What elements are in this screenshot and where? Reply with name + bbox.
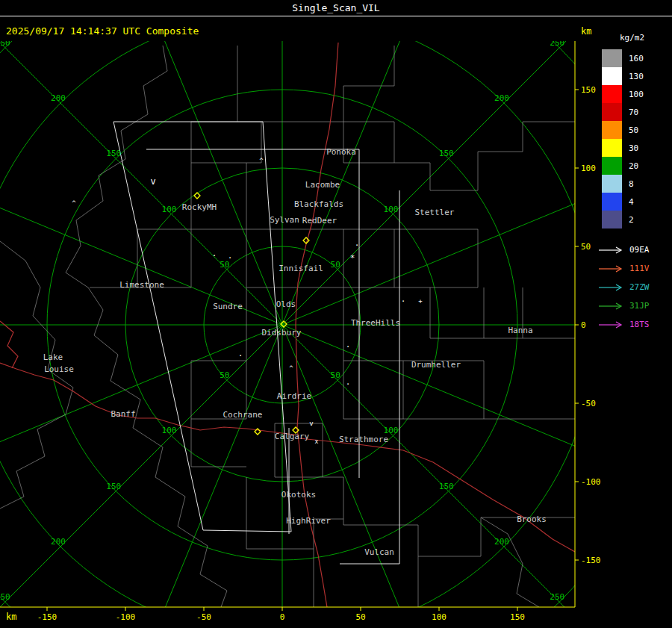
city-label: Calgary xyxy=(275,432,310,441)
city-label: Hanna xyxy=(508,326,532,335)
radar-id-label: 111V xyxy=(629,264,650,273)
point-marker: v xyxy=(309,420,313,427)
boundary-line xyxy=(261,46,394,122)
city-label: Didsbury xyxy=(262,328,302,338)
point-marker: + xyxy=(418,297,423,305)
bottom-axis-unit-label: km xyxy=(6,612,16,622)
range-spoke xyxy=(0,41,672,628)
boundary-line xyxy=(0,241,73,509)
point-marker: ^ xyxy=(289,364,293,372)
boundary-line xyxy=(394,122,575,190)
legend-color-swatch xyxy=(602,103,622,121)
city-label: Louise xyxy=(44,364,74,374)
right-axis-tick-label: 150 xyxy=(581,85,596,95)
legend-scale-row: 70 xyxy=(597,103,672,121)
city-label: RockyMH xyxy=(182,202,217,212)
point-marker: v xyxy=(150,176,155,187)
legend-scale-row: 20 xyxy=(597,157,672,175)
legend-scale-value: 130 xyxy=(629,72,644,81)
point-marker: * xyxy=(350,253,355,263)
boundary-line xyxy=(343,287,403,419)
legend-unit-label: kg/m2 xyxy=(620,33,672,43)
radar-arrow-icon xyxy=(597,283,626,292)
legend-scale-row: 50 xyxy=(597,121,672,139)
ring-distance-label: 250 xyxy=(0,592,10,602)
legend-scale-row: 4 xyxy=(597,193,672,211)
legend-color-swatch xyxy=(602,49,622,67)
ring-distance-label: 50 xyxy=(220,370,229,380)
boundary-line xyxy=(137,229,191,287)
ring-distance-label: 150 xyxy=(439,149,454,158)
boundary-line xyxy=(66,273,227,607)
radar-id-label: 18TS xyxy=(629,320,650,329)
city-label: RedDeer xyxy=(302,216,337,226)
ring-distance-label: 200 xyxy=(51,537,66,547)
legend-color-swatch xyxy=(602,211,622,228)
range-spoke xyxy=(0,41,672,628)
point-marker: · xyxy=(401,296,406,306)
ring-distance-label: 250 xyxy=(550,592,564,602)
ring-distance-label: 150 xyxy=(106,482,121,491)
ring-distance-label: 200 xyxy=(51,93,66,103)
range-ring xyxy=(0,41,672,628)
legend-scale-row: 100 xyxy=(597,85,672,103)
boundary-line xyxy=(246,229,343,287)
boundary-line xyxy=(191,419,246,467)
highway-line xyxy=(0,321,18,368)
point-marker: · xyxy=(346,342,351,352)
info-bar: 2025/09/17 14:14:37 UTC Composite km xyxy=(0,16,672,41)
point-marker: ^ xyxy=(72,199,76,207)
legend-scale-row: 8 xyxy=(597,175,672,193)
legend-scale-value: 70 xyxy=(629,108,638,117)
legend-radar-row: 09EA xyxy=(597,240,672,259)
city-label: HighRiver xyxy=(286,516,331,526)
legend-color-swatch xyxy=(602,85,622,103)
legend-color-swatch xyxy=(602,121,622,139)
right-axis-tick-label: 50 xyxy=(581,242,591,252)
city-label: Brooks xyxy=(517,514,547,524)
radar-arrow-icon xyxy=(597,302,626,311)
legend-radar-row: 31JP xyxy=(597,296,672,315)
ring-distance-label: 250 xyxy=(550,41,564,48)
city-label: Limestone xyxy=(119,280,164,290)
city-label: Blackfalds xyxy=(294,199,343,209)
legend-scale-value: 50 xyxy=(629,125,638,135)
legend-color-swatch xyxy=(602,157,622,175)
city-label: Innisfail xyxy=(279,264,323,273)
range-spoke xyxy=(0,41,672,628)
ring-distance-label: 50 xyxy=(331,260,340,270)
legend-radar-list: 09EA111V27ZW31JP18TS xyxy=(597,240,672,334)
legend-scale-row: 160 xyxy=(597,49,672,67)
city-label: Cochrane xyxy=(223,410,263,420)
bottom-axis-tick-label: -100 xyxy=(116,612,136,622)
radar-id-label: 31JP xyxy=(629,301,650,311)
legend-scale-row: 130 xyxy=(597,67,672,85)
legend-color-swatch xyxy=(602,139,622,157)
legend-scale-value: 20 xyxy=(629,161,638,171)
ring-distance-label: 150 xyxy=(106,149,121,158)
radar-arrow-icon xyxy=(597,320,626,329)
boundary-line xyxy=(430,287,484,338)
radar-arrow-icon xyxy=(597,246,626,255)
scan-outline xyxy=(113,122,203,530)
map-layers: 5050505010010010010015015015015020020020… xyxy=(0,41,672,628)
legend-scale-value: 4 xyxy=(629,197,634,207)
bottom-axis-tick-label: 100 xyxy=(432,612,447,622)
radar-arrow-icon xyxy=(597,264,626,273)
legend-scale-value: 100 xyxy=(629,90,644,99)
ring-distance-label: 50 xyxy=(331,370,340,380)
bottom-axis-tick-label: 0 xyxy=(280,612,285,622)
city-label: Lacombe xyxy=(305,180,340,190)
right-axis-tick-label: -100 xyxy=(581,477,601,487)
legend-color-swatch xyxy=(602,175,622,193)
legend-scale-row: 30 xyxy=(597,139,672,157)
city-label: Olds xyxy=(276,299,296,309)
city-label: Airdrie xyxy=(277,391,311,401)
legend-color-swatch xyxy=(602,67,622,85)
legend-scale: 16013010070503020842 xyxy=(597,49,672,228)
city-label: Lake xyxy=(43,352,63,362)
ring-distance-label: 150 xyxy=(439,482,454,491)
ring-distance-label: 250 xyxy=(0,41,10,48)
window-titlebar: Single_Scan_VIL xyxy=(0,0,672,16)
legend-panel: kg/m2 16013010070503020842 09EA111V27ZW3… xyxy=(597,33,672,334)
